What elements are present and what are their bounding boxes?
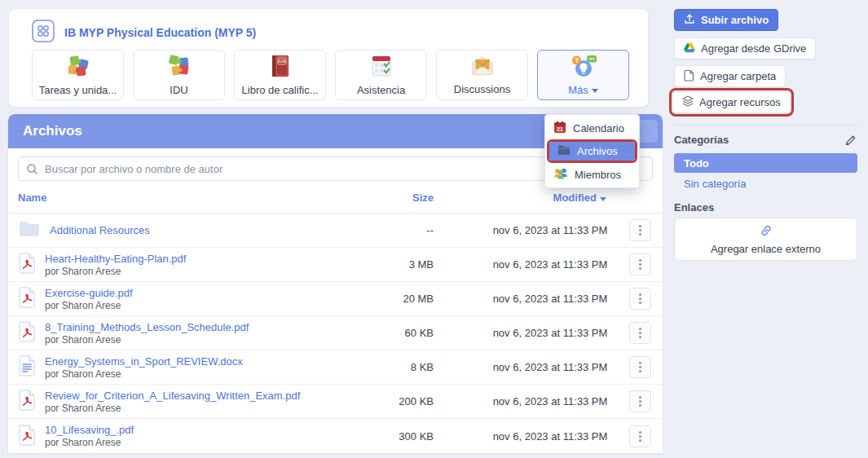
file-size: 3 MB: [360, 258, 434, 271]
file-link[interactable]: Heart-Healthy-Eating-Plan.pdf: [45, 253, 186, 266]
file-size: 8 KB: [360, 361, 434, 373]
category-item-sin-categoria[interactable]: Sin categoría: [684, 178, 747, 190]
file-modified: nov 6, 2023 at 11:33 PM: [489, 395, 611, 407]
doc-file-icon: [18, 355, 36, 379]
tab-mas[interactable]: ? Más: [537, 50, 629, 100]
category-item-todo[interactable]: Todo: [674, 153, 857, 173]
menu-item-label: Calendario: [573, 122, 624, 134]
add-external-link-label: Agregar enlace externo: [711, 243, 821, 255]
pdf-file-icon: [18, 390, 36, 413]
menu-item-calendario[interactable]: 21 Calendario: [545, 117, 639, 139]
file-link[interactable]: Review_for_Criterion_A_Lifesaving_Writte…: [45, 390, 300, 403]
sort-desc-icon: [600, 197, 606, 201]
pdf-file-icon: [18, 287, 36, 310]
more-ideas-icon: ?: [570, 54, 597, 81]
puzzle-pieces-icon: [165, 54, 193, 81]
tab-asistencia[interactable]: Asistencia: [335, 50, 427, 100]
file-link[interactable]: Additional Resources: [50, 224, 150, 237]
folder-icon: [557, 144, 571, 158]
table-row[interactable]: 8_Training_Methods_Lesson_Schedule.pdf p…: [8, 316, 663, 350]
archivos-annotation-box: Archivos: [547, 139, 637, 163]
file-author: por Sharon Arese: [45, 266, 186, 277]
add-resources-button[interactable]: Agregar recursos: [672, 91, 791, 113]
members-icon: [553, 167, 568, 182]
table-row[interactable]: 10_Lifesaving_.pdf por Sharon Arese 300 …: [8, 419, 663, 453]
tab-label: Asistencia: [357, 84, 405, 96]
attendance-icon: [369, 54, 394, 81]
button-label: Agregar desde GDrive: [701, 42, 806, 55]
pencil-icon[interactable]: [844, 134, 857, 150]
row-menu-button[interactable]: [629, 219, 651, 241]
tab-discussions[interactable]: Discussions: [436, 50, 528, 100]
file-size: 300 KB: [360, 430, 434, 443]
button-label: Agregar recursos: [699, 96, 781, 108]
table-row[interactable]: Review_for_Criterion_A_Lifesaving_Writte…: [8, 385, 663, 419]
file-author: por Sharon Arese: [45, 368, 243, 380]
file-author: por Sharon Arese: [45, 300, 133, 311]
row-menu-button[interactable]: [629, 322, 651, 344]
category-label: Todo: [684, 157, 709, 170]
tab-tareas-y-unidades[interactable]: Tareas y unida...: [32, 50, 124, 100]
tab-label: Tareas y unida...: [39, 84, 117, 96]
layers-icon: [682, 95, 694, 109]
file-page-icon: [684, 69, 694, 84]
svg-text:?: ?: [574, 56, 578, 64]
column-name[interactable]: Name: [18, 192, 360, 204]
table-row[interactable]: Energy_Systems_in_Sport_REVIEW.docx por …: [8, 350, 663, 385]
file-author: por Sharon Arese: [45, 403, 300, 414]
more-dropdown-menu: 21 Calendario Archivos Miembros: [544, 114, 640, 188]
mail-icon: [469, 55, 496, 81]
file-link[interactable]: Energy_Systems_in_Sport_REVIEW.docx: [45, 355, 243, 368]
tab-label: Discussions: [454, 83, 510, 95]
link-icon: [759, 223, 773, 241]
course-grid-icon: [32, 20, 55, 46]
tab-label: IDU: [170, 84, 187, 96]
file-author: por Sharon Arese: [45, 437, 134, 448]
column-size[interactable]: Size: [360, 192, 434, 204]
categories-title: Categorías: [674, 134, 729, 146]
file-link[interactable]: 8_Training_Methods_Lesson_Schedule.pdf: [45, 321, 249, 334]
gdrive-icon: [684, 42, 695, 55]
file-size: 60 KB: [360, 327, 434, 339]
row-menu-button[interactable]: [629, 253, 651, 275]
table-row[interactable]: Heart-Healthy-Eating-Plan.pdf por Sharon…: [8, 248, 663, 282]
menu-item-miembros[interactable]: Miembros: [545, 164, 639, 185]
sidebar-divider: [674, 125, 857, 126]
upload-file-button[interactable]: Subir archivo: [674, 9, 778, 31]
file-modified: nov 6, 2023 at 11:33 PM: [489, 430, 611, 443]
course-header: IB MYP Physical Education (MYP 5): [32, 20, 256, 46]
table-row[interactable]: Additional Resources -- nov 6, 2023 at 1…: [8, 214, 663, 248]
table-row[interactable]: Exercise-guide.pdf por Sharon Arese 20 M…: [8, 282, 663, 316]
file-modified: nov 6, 2023 at 11:33 PM: [489, 293, 611, 305]
file-link[interactable]: Exercise-guide.pdf: [45, 287, 133, 300]
calendar-icon: 21: [553, 121, 566, 136]
search-icon: [26, 163, 38, 178]
add-folder-button[interactable]: Agregar carpeta: [674, 65, 786, 87]
row-menu-button[interactable]: [629, 288, 651, 310]
course-card: IB MYP Physical Education (MYP 5) Tareas…: [8, 8, 649, 108]
row-menu-button[interactable]: [629, 425, 651, 447]
menu-item-archivos[interactable]: Archivos: [549, 142, 635, 161]
puzzle-pieces-icon: [64, 54, 92, 81]
add-external-link-button[interactable]: Agregar enlace externo: [674, 218, 857, 261]
svg-text:21: 21: [557, 126, 563, 132]
tab-label: Más: [568, 84, 598, 96]
pdf-file-icon: [18, 253, 36, 276]
add-from-gdrive-button[interactable]: Agregar desde GDrive: [674, 37, 816, 59]
file-modified: nov 6, 2023 at 11:33 PM: [489, 258, 611, 271]
tab-idu[interactable]: IDU: [133, 50, 225, 100]
column-modified[interactable]: Modified: [489, 192, 611, 204]
svg-text:GB: GB: [278, 59, 286, 64]
pdf-file-icon: [18, 425, 36, 448]
button-label: Subir archivo: [701, 14, 769, 26]
row-menu-button[interactable]: [629, 390, 651, 412]
pdf-file-icon: [18, 321, 36, 345]
button-label: Agregar carpeta: [700, 70, 776, 82]
course-tabs: Tareas y unida... IDU: [32, 50, 629, 100]
gradebook-icon: GB: [270, 54, 291, 81]
row-menu-button[interactable]: [629, 356, 651, 378]
file-link[interactable]: 10_Lifesaving_.pdf: [45, 424, 134, 437]
file-modified: nov 6, 2023 at 11:33 PM: [489, 224, 611, 236]
tab-libro-de-calificaciones[interactable]: GB Libro de calific...: [234, 50, 326, 100]
tab-label: Libro de calific...: [242, 84, 319, 96]
